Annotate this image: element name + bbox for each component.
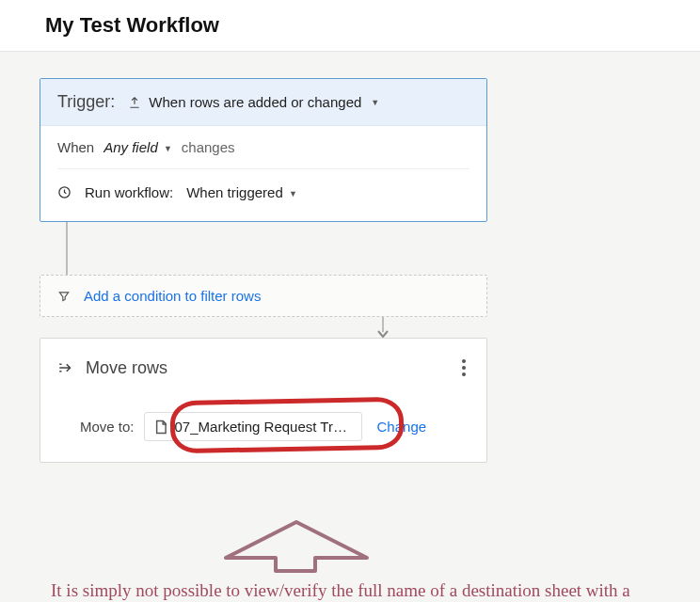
caret-down-icon: ▼ <box>371 98 379 107</box>
annotation-arrow <box>216 516 376 575</box>
page-header: My Test Workflow <box>0 0 700 52</box>
trigger-header[interactable]: Trigger: When rows are added or changed … <box>40 79 486 126</box>
add-condition-link: Add a condition to filter rows <box>84 288 261 304</box>
add-condition-block[interactable]: Add a condition to filter rows <box>40 275 487 317</box>
connector-line <box>66 222 68 275</box>
trigger-type-select[interactable]: When rows are added or changed ▼ <box>128 94 379 110</box>
page-title: My Test Workflow <box>45 13 700 38</box>
trigger-body: When Any field ▼ changes Run workflow: W… <box>40 126 486 221</box>
workflow-canvas: Trigger: When rows are added or changed … <box>0 52 700 463</box>
moveto-label: Move to: <box>80 419 135 435</box>
upload-icon <box>128 96 141 109</box>
destination-name: 07_Marketing Request Tra... <box>175 419 352 435</box>
clock-icon <box>57 185 72 199</box>
trigger-label: Trigger: <box>57 92 115 112</box>
action-block: Move rows Move to: 07_Marketing Request … <box>40 338 487 463</box>
filter-icon <box>57 290 71 303</box>
when-label: When <box>57 139 94 155</box>
destination-sheet[interactable]: 07_Marketing Request Tra... <box>144 412 362 441</box>
trigger-type-label: When rows are added or changed <box>149 94 361 110</box>
action-title: Move rows <box>86 358 447 378</box>
run-workflow-row: Run workflow: When triggered ▼ <box>57 169 469 217</box>
change-link[interactable]: Change <box>377 419 427 435</box>
caret-down-icon: ▼ <box>289 189 297 198</box>
connector-arrow <box>66 317 700 338</box>
caret-down-icon: ▼ <box>164 144 172 153</box>
trigger-when-row: When Any field ▼ changes <box>57 139 469 169</box>
run-workflow-label: Run workflow: <box>85 184 173 200</box>
annotation-caption: It is simply not possible to view/verify… <box>51 578 662 602</box>
action-header: Move rows <box>57 356 469 380</box>
action-body: Move to: 07_Marketing Request Tra... Cha… <box>57 380 469 441</box>
more-icon[interactable] <box>458 356 469 380</box>
field-select[interactable]: Any field ▼ <box>103 139 172 155</box>
sheet-icon <box>154 420 167 435</box>
changes-label: changes <box>182 139 235 155</box>
trigger-block: Trigger: When rows are added or changed … <box>40 78 487 222</box>
run-schedule-select[interactable]: When triggered ▼ <box>186 184 297 200</box>
move-rows-icon <box>57 361 74 374</box>
